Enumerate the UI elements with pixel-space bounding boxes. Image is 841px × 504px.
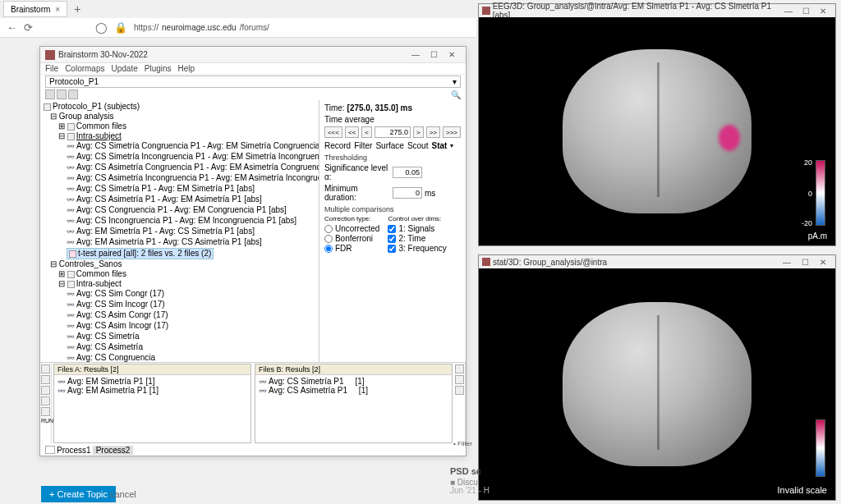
list-item[interactable]: Avg: CS Simetría P1 [1] xyxy=(259,377,448,386)
toolbar-icon-2[interactable] xyxy=(57,89,67,99)
tree-item[interactable]: Avg: CS Simetría Incongruencia P1 - Avg:… xyxy=(44,152,315,163)
nav-first[interactable]: <<< xyxy=(324,126,342,138)
radio-fdr[interactable] xyxy=(324,245,333,253)
toolbar-icon-1[interactable] xyxy=(45,89,55,99)
tab-record[interactable]: Record xyxy=(324,141,351,150)
proc-tab-icon[interactable] xyxy=(45,446,55,454)
proc-icon-5[interactable] xyxy=(41,407,50,416)
tree-item[interactable]: Avg: CS Congruencia P1 - Avg: EM Congrue… xyxy=(44,205,315,216)
tab-stat[interactable]: Stat xyxy=(431,141,447,150)
maximize-button[interactable]: ☐ xyxy=(425,50,443,59)
new-tab-button[interactable]: + xyxy=(74,2,80,16)
nav-prev[interactable]: < xyxy=(361,126,372,138)
check-signals[interactable] xyxy=(388,225,396,233)
viewer1-max[interactable]: ☐ xyxy=(797,7,815,16)
viewer2-max[interactable]: ☐ xyxy=(796,258,814,267)
tree-item[interactable]: Avg: CS Asimetría Incongruencia P1 - Avg… xyxy=(44,173,315,184)
tree-common1[interactable]: Common files xyxy=(76,121,126,131)
process2-tab[interactable]: Process2 xyxy=(93,446,134,455)
menu-update[interactable]: Update xyxy=(111,64,137,73)
tree-highlight[interactable]: t-test paired [all]: 2 files vs. 2 files… xyxy=(78,249,211,258)
search-icon[interactable]: 🔍 xyxy=(451,90,461,99)
radio-uncorrected[interactable] xyxy=(324,225,333,233)
back-button[interactable]: ← xyxy=(7,21,17,34)
proc-icon-2[interactable] xyxy=(41,375,50,384)
run-button[interactable]: RUN xyxy=(41,418,50,424)
tree-common2[interactable]: Common files xyxy=(76,269,126,278)
colorbar-2[interactable] xyxy=(816,419,825,477)
menu-plugins[interactable]: Plugins xyxy=(145,64,172,73)
database-tree[interactable]: Protocolo_P1 (subjects) ⊟ Group analysis… xyxy=(40,100,319,362)
brain-model-2[interactable] xyxy=(563,302,751,466)
proc-icon-4[interactable] xyxy=(41,396,50,405)
list-item[interactable]: Avg: EM Asimetría P1 [1] xyxy=(57,386,247,395)
time-input[interactable] xyxy=(375,126,411,138)
colorbar[interactable] xyxy=(816,160,825,226)
files-a-box[interactable]: Files A: Results [2] Avg: EM Simetría P1… xyxy=(53,364,251,443)
brainstorm-titlebar[interactable]: Brainstorm 30-Nov-2022 — ☐ ✕ xyxy=(40,47,466,63)
tree-item[interactable]: Avg: EM Asimetría P1 - Avg: CS Asimetría… xyxy=(44,237,315,248)
tab-surface[interactable]: Surface xyxy=(375,141,403,150)
tree-group[interactable]: Group analysis xyxy=(59,112,114,121)
viewer2-canvas[interactable]: Invalid scale xyxy=(479,268,835,500)
viewer1-min[interactable]: — xyxy=(780,7,797,16)
dur-input[interactable] xyxy=(393,187,422,199)
process1-tab[interactable]: Process1 xyxy=(57,446,91,455)
viewer1-titlebar[interactable]: EEG/3D: Group_analysis/@intra/Avg: EM Si… xyxy=(479,4,835,17)
list-item[interactable]: Avg: EM Simetría P1 [1] xyxy=(57,377,247,386)
check-time[interactable] xyxy=(388,235,396,243)
url-display[interactable]: https://neuroimage.usc.edu/forums/ xyxy=(134,23,269,32)
tree-item[interactable]: Avg: CS Asimetría Congruencia P1 - Avg: … xyxy=(44,163,315,173)
menu-file[interactable]: File xyxy=(45,64,58,73)
nav-prev2[interactable]: << xyxy=(345,126,359,138)
tree-item[interactable]: Avg: CS Congruencia xyxy=(44,353,315,362)
viewer1-close[interactable]: ✕ xyxy=(815,7,832,16)
tree-item[interactable]: Avg: CS Asim Congr (17) xyxy=(44,310,315,321)
tree-root[interactable]: Protocolo_P1 (subjects) xyxy=(53,102,140,111)
tree-item[interactable]: Avg: CS Sim Incogr (17) xyxy=(44,300,315,310)
tree-item[interactable]: Avg: EM Simetría P1 - Avg: CS Simetría P… xyxy=(44,227,315,237)
shield-icon[interactable]: ◯ xyxy=(95,21,108,34)
reload-button[interactable]: ⟳ xyxy=(24,21,33,34)
toolbar-icon-3[interactable] xyxy=(68,89,78,99)
tree-item[interactable]: Avg: CS Simetría P1 - Avg: EM Simetría P… xyxy=(44,184,315,195)
radio-bonferroni[interactable] xyxy=(324,235,333,243)
tree-controles[interactable]: Controles_Sanos xyxy=(59,259,122,268)
tab-close-icon[interactable]: × xyxy=(55,5,60,14)
tree-item[interactable]: Avg: CS Asimetría P1 - Avg: EM Asimetría… xyxy=(44,195,315,205)
nav-next2[interactable]: >> xyxy=(426,126,440,138)
tree-item[interactable]: Avg: CS Asim Incogr (17) xyxy=(44,321,315,332)
viewer2-titlebar[interactable]: stat/3D: Group_analysis/@intra — ☐ ✕ xyxy=(479,255,835,268)
proc-icon-1[interactable] xyxy=(41,364,50,373)
tree-item[interactable]: Avg: CS Simetría Congruencia P1 - Avg: E… xyxy=(44,141,315,152)
cancel-button[interactable]: cancel xyxy=(110,489,136,499)
brain-model-1[interactable] xyxy=(563,49,751,213)
files-b-box[interactable]: Files B: Results [2] Avg: CS Simetría P1… xyxy=(255,364,453,443)
browser-tab[interactable]: Brainstorm × xyxy=(3,1,67,17)
menu-help[interactable]: Help xyxy=(178,64,195,73)
check-frequency[interactable] xyxy=(388,245,396,253)
tree-item[interactable]: Avg: CS Simetría xyxy=(44,332,315,342)
tree-intra1[interactable]: Intra-subject xyxy=(76,131,122,140)
tab-scout[interactable]: Scout xyxy=(407,141,429,150)
viewer1-canvas[interactable]: 20 0 -20 pA.m xyxy=(479,17,835,245)
proc-icon-3[interactable] xyxy=(41,386,50,395)
list-item[interactable]: Avg: CS Asimetría P1 [1] xyxy=(259,386,448,395)
viewer2-close[interactable]: ✕ xyxy=(814,258,832,267)
tab-filter[interactable]: Filter xyxy=(354,141,372,150)
tree-item[interactable]: Avg: CS Sim Congr (17) xyxy=(44,289,315,300)
proc-r-icon-3[interactable] xyxy=(455,386,464,395)
sig-input[interactable] xyxy=(393,167,422,178)
nav-next[interactable]: > xyxy=(413,126,424,138)
viewer2-min[interactable]: — xyxy=(778,258,796,267)
create-topic-button[interactable]: + Create Topic xyxy=(41,486,116,502)
proc-r-icon-1[interactable] xyxy=(455,364,464,373)
menu-colormaps[interactable]: Colormaps xyxy=(65,64,104,73)
protocol-dropdown[interactable]: Protocolo_P1 ▾ xyxy=(45,76,461,88)
minimize-button[interactable]: — xyxy=(407,50,425,59)
tree-item[interactable]: Avg: CS Incongruencia P1 - Avg: EM Incon… xyxy=(44,216,315,227)
tree-intra2[interactable]: Intra-subject xyxy=(76,279,122,288)
nav-last[interactable]: >>> xyxy=(443,126,461,138)
close-button[interactable]: ✕ xyxy=(443,50,461,59)
proc-r-icon-2[interactable] xyxy=(455,375,464,384)
